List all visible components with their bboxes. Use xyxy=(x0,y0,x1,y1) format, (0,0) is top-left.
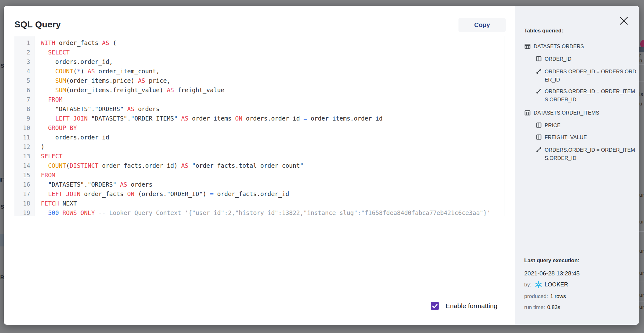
query-details-sidebar: Tables queried: DATASETS.ORDERSORDER_IDO… xyxy=(515,6,639,325)
page-overlay-top xyxy=(0,0,644,6)
produced-value: 1 rows xyxy=(550,293,566,300)
sidebar-divider xyxy=(515,249,639,249)
table-label: DATASETS.ORDER_ITEMS xyxy=(534,109,599,117)
column-icon xyxy=(536,56,542,64)
code-line: orders.order_id xyxy=(41,133,491,142)
code-line: FROM xyxy=(41,170,491,180)
last-query-execution-heading: Last query execution: xyxy=(524,257,580,264)
line-number: 2 xyxy=(14,48,30,57)
sql-query-dialog: SQL Query Copy 1234567891011121314151617… xyxy=(4,6,639,325)
line-number: 8 xyxy=(14,104,30,114)
column-icon xyxy=(536,122,542,130)
join-icon xyxy=(536,147,542,155)
tables-queried-heading: Tables queried: xyxy=(524,28,563,34)
background-text-fragment: n xyxy=(639,58,642,64)
produced-label: produced: xyxy=(524,293,548,300)
background-text-fragment: u xyxy=(639,101,642,107)
page-overlay-right: rnisuunururururur xyxy=(639,0,644,333)
background-divider-fragment xyxy=(639,73,644,73)
snowflake-icon xyxy=(535,281,542,289)
join-icon xyxy=(536,68,542,76)
code-line: orders.order_id, xyxy=(41,57,491,66)
enable-formatting-label: Enable formatting xyxy=(446,302,497,310)
background-text-fragment: ur xyxy=(639,292,644,298)
join-label: ORDERS.ORDER_ID = ORDER_ITEMS.ORDER_ID xyxy=(545,87,636,104)
background-divider-fragment xyxy=(639,203,644,203)
column-item: PRICE xyxy=(536,121,639,130)
column-item: ORDER_ID xyxy=(536,55,639,64)
code-line: FROM xyxy=(41,95,491,104)
line-number: 11 xyxy=(14,133,30,142)
line-number: 5 xyxy=(14,76,30,85)
copy-button[interactable]: Copy xyxy=(458,18,506,32)
code-line: COUNT(*) AS order_item_count, xyxy=(41,66,491,76)
column-label: ORDER_ID xyxy=(545,55,571,63)
table-icon xyxy=(524,110,531,118)
sql-code-editor[interactable]: 12345678910111213141516171819 WITH order… xyxy=(14,36,504,216)
line-number: 7 xyxy=(14,95,30,104)
close-button[interactable] xyxy=(619,16,629,26)
line-number: 9 xyxy=(14,114,30,123)
line-number: 13 xyxy=(14,151,30,161)
line-number: 4 xyxy=(14,66,30,76)
background-divider-fragment xyxy=(639,321,644,321)
line-number: 3 xyxy=(14,57,30,66)
background-divider-fragment xyxy=(639,259,644,259)
screen: SIFSDR rnisuunururururur SQL Query Copy … xyxy=(0,0,644,333)
code-line: LEFT JOIN "DATASETS"."ORDER_ITEMS" AS or… xyxy=(41,114,491,123)
page-overlay-bottom xyxy=(0,325,644,333)
by-label: by: xyxy=(524,282,531,288)
background-divider-fragment xyxy=(639,231,644,232)
background-text-fragment: is xyxy=(639,91,643,98)
code-line: "DATASETS"."ORDERS" AS orders xyxy=(41,180,491,189)
code-line: 500 ROWS ONLY -- Looker Query Context '{… xyxy=(41,208,491,216)
code-line: WITH order_facts AS ( xyxy=(41,38,491,48)
dialog-title: SQL Query xyxy=(14,20,61,30)
line-number-gutter: 12345678910111213141516171819 xyxy=(14,36,35,216)
table-item: DATASETS.ORDERS xyxy=(524,42,639,52)
execution-runtime-row: run time: 0.83s xyxy=(524,304,560,311)
sql-code-lines: WITH order_facts AS ( SELECT orders.orde… xyxy=(35,36,491,216)
runtime-value: 0.83s xyxy=(547,304,560,311)
line-number: 18 xyxy=(14,199,30,208)
execution-by-row: by: LOOKER xyxy=(524,281,568,289)
enable-formatting-checkbox[interactable] xyxy=(431,302,439,310)
join-item: ORDERS.ORDER_ID = ORDERS.ORDER_ID xyxy=(536,67,639,84)
execution-timestamp: 2021-06-28 13:28:45 xyxy=(524,270,580,277)
execution-produced-row: produced: 1 rows xyxy=(524,293,566,300)
background-divider-fragment xyxy=(639,82,644,82)
background-divider-fragment xyxy=(639,302,644,302)
code-line: FETCH NEXT xyxy=(41,199,491,208)
code-line: LEFT JOIN order_facts ON (orders."ORDER_… xyxy=(41,189,491,199)
background-divider-fragment xyxy=(639,90,644,90)
line-number: 16 xyxy=(14,180,30,189)
code-line: SUM(order_items.price) AS price, xyxy=(41,76,491,85)
line-number: 15 xyxy=(14,170,30,180)
join-icon xyxy=(536,88,542,96)
close-icon xyxy=(619,16,629,25)
background-divider-fragment xyxy=(639,281,644,281)
line-number: 6 xyxy=(14,85,30,95)
enable-formatting-row: Enable formatting xyxy=(431,302,497,310)
table-icon xyxy=(524,43,531,52)
join-label: ORDERS.ORDER_ID = ORDERS.ORDER_ID xyxy=(545,67,636,84)
code-line: COUNT(DISTINCT order_facts.order_id) AS … xyxy=(41,161,491,170)
background-text-fragment: ur xyxy=(639,248,644,254)
line-number: 17 xyxy=(14,189,30,199)
background-bar-fragment xyxy=(639,47,644,52)
line-number: 19 xyxy=(14,208,30,217)
code-line: SELECT xyxy=(41,48,491,57)
background-text-fragment: ur xyxy=(639,304,644,310)
join-item: ORDERS.ORDER_ID = ORDER_ITEMS.ORDER_ID xyxy=(536,87,639,104)
table-label: DATASETS.ORDERS xyxy=(534,42,584,50)
runtime-label: run time: xyxy=(524,304,545,311)
code-line: SUM(order_items.freight_value) AS freigh… xyxy=(41,85,491,95)
line-number: 12 xyxy=(14,142,30,151)
column-label: PRICE xyxy=(545,121,560,129)
join-item: ORDERS.ORDER_ID = ORDER_ITEMS.ORDER_ID xyxy=(536,146,639,162)
code-line: GROUP BY xyxy=(41,123,491,133)
by-value: LOOKER xyxy=(545,281,568,288)
join-label: ORDERS.ORDER_ID = ORDER_ITEMS.ORDER_ID xyxy=(545,146,636,162)
checkmark-icon xyxy=(431,302,439,310)
background-text-fragment: ur xyxy=(639,219,644,225)
